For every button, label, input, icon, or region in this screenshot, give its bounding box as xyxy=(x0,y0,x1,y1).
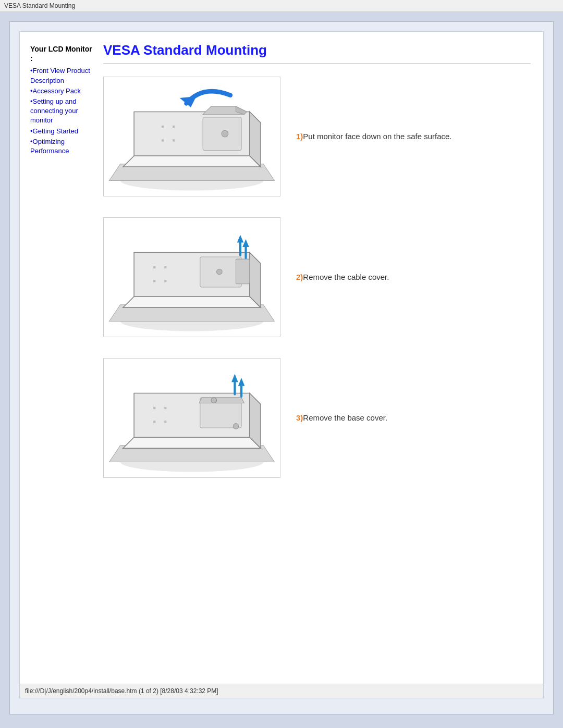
svg-rect-12 xyxy=(173,139,175,141)
svg-point-46 xyxy=(233,424,239,429)
step-3-svg xyxy=(104,359,280,477)
outer-frame: Your LCD Monitor : •Front View Product D… xyxy=(9,21,554,714)
step-1-image xyxy=(103,77,280,196)
step-3-description: Remove the base cover. xyxy=(303,413,387,422)
svg-rect-11 xyxy=(162,139,164,141)
svg-marker-16 xyxy=(123,297,261,307)
step-2-number: 2) xyxy=(296,273,303,281)
sidebar-link-setup[interactable]: •Setting up and connecting your monitor xyxy=(30,97,93,126)
inner-page: Your LCD Monitor : •Front View Product D… xyxy=(19,31,544,698)
svg-point-41 xyxy=(211,398,217,403)
svg-marker-38 xyxy=(231,374,238,382)
sidebar-link-front-view[interactable]: •Front View Product Description xyxy=(30,66,93,85)
svg-marker-32 xyxy=(123,437,261,448)
svg-marker-40 xyxy=(238,378,245,386)
sidebar-link-accessory[interactable]: •Accessory Pack xyxy=(30,87,93,96)
step-1-section: 1)Put monitor face down on the safe surf… xyxy=(103,77,531,196)
step-3-text: 3)Remove the base cover. xyxy=(296,412,531,424)
step-1-text: 1)Put monitor face down on the safe surf… xyxy=(296,131,531,143)
svg-rect-20 xyxy=(236,259,250,284)
step-1-number: 1) xyxy=(296,132,303,141)
svg-rect-26 xyxy=(153,266,155,268)
svg-marker-22 xyxy=(237,235,244,243)
svg-rect-43 xyxy=(164,407,166,409)
sidebar: Your LCD Monitor : •Front View Product D… xyxy=(30,42,98,673)
status-bar-text: file:///D|/J/english/200p4/install/base.… xyxy=(25,687,218,695)
step-3-section: 3)Remove the base cover. xyxy=(103,358,531,478)
step-1-svg xyxy=(104,77,280,196)
sidebar-link-performance[interactable]: •Optimizing Performance xyxy=(30,137,93,156)
svg-rect-29 xyxy=(164,280,166,282)
svg-marker-36 xyxy=(199,398,244,403)
sidebar-link-started[interactable]: •Getting Started xyxy=(30,127,93,136)
svg-point-8 xyxy=(222,130,228,137)
svg-marker-2 xyxy=(123,156,261,167)
svg-rect-10 xyxy=(173,126,175,128)
svg-rect-42 xyxy=(153,407,155,409)
title-bar: VESA Standard Mounting xyxy=(0,0,563,12)
main-content: VESA Standard Mounting xyxy=(98,42,531,673)
step-2-description: Remove the cable cover. xyxy=(303,273,389,281)
svg-rect-28 xyxy=(153,280,155,282)
svg-rect-45 xyxy=(164,421,166,423)
step-1-description: Put monitor face down on the safe surfac… xyxy=(303,132,451,141)
svg-marker-24 xyxy=(242,239,249,247)
svg-point-25 xyxy=(217,269,223,275)
title-bar-text: VESA Standard Mounting xyxy=(4,2,75,9)
svg-rect-9 xyxy=(162,126,164,128)
step-3-image xyxy=(103,358,280,478)
step-2-svg xyxy=(104,218,280,337)
step-2-text: 2)Remove the cable cover. xyxy=(296,272,531,283)
sidebar-heading: Your LCD Monitor : xyxy=(30,44,93,63)
step-3-number: 3) xyxy=(296,413,303,422)
step-2-section: 2)Remove the cable cover. xyxy=(103,217,531,337)
svg-rect-44 xyxy=(153,421,155,423)
svg-marker-13 xyxy=(180,96,197,107)
status-bar: file:///D|/J/english/200p4/install/base.… xyxy=(20,684,543,698)
step-2-image xyxy=(103,217,280,337)
page-content: Your LCD Monitor : •Front View Product D… xyxy=(20,32,543,684)
svg-rect-27 xyxy=(164,266,166,268)
page-title: VESA Standard Mounting xyxy=(103,42,531,58)
title-divider xyxy=(103,64,531,64)
